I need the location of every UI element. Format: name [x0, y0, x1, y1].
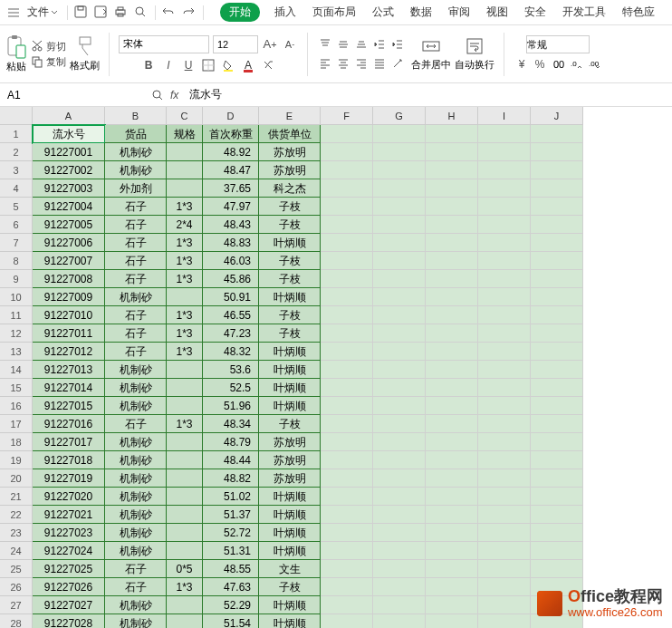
cell[interactable] — [531, 324, 583, 343]
cell[interactable]: 子枝 — [259, 216, 321, 234]
cell[interactable]: 1*3 — [167, 324, 203, 343]
cell[interactable] — [373, 469, 426, 488]
align-middle-icon[interactable] — [335, 36, 351, 53]
cell[interactable]: 91227001 — [33, 143, 105, 161]
lookup-icon[interactable] — [150, 88, 165, 102]
cell[interactable]: 91227009 — [33, 288, 105, 306]
decrease-decimal-icon[interactable]: .00 — [586, 56, 602, 72]
cell[interactable]: 91227018 — [33, 451, 105, 469]
row-header[interactable]: 27 — [0, 596, 33, 614]
cell[interactable]: 首次称重 — [203, 125, 259, 143]
print-icon[interactable] — [113, 5, 130, 21]
cell[interactable] — [373, 198, 426, 216]
increase-font-icon[interactable]: A+ — [262, 36, 278, 53]
cell[interactable]: 47.23 — [203, 324, 259, 343]
row-header[interactable]: 4 — [0, 179, 33, 198]
cell[interactable] — [321, 488, 373, 506]
cell[interactable] — [373, 506, 426, 524]
tab-2[interactable]: 页面布局 — [311, 3, 358, 22]
cell[interactable] — [426, 451, 478, 469]
cell[interactable] — [321, 361, 373, 379]
cell[interactable] — [373, 614, 426, 628]
cell[interactable] — [373, 216, 426, 234]
col-header[interactable]: A — [33, 107, 105, 125]
tab-5[interactable]: 审阅 — [446, 3, 472, 22]
formula-input[interactable] — [184, 89, 546, 101]
cell[interactable] — [426, 270, 478, 288]
save-icon[interactable] — [73, 5, 90, 21]
cell[interactable] — [373, 415, 426, 433]
tab-8[interactable]: 开发工具 — [561, 3, 608, 22]
cell[interactable] — [426, 161, 478, 179]
cell[interactable]: 91227014 — [33, 379, 105, 397]
cell[interactable]: 48.44 — [203, 451, 259, 469]
cell[interactable]: 1*3 — [167, 343, 203, 361]
cell[interactable] — [373, 361, 426, 379]
row-header[interactable]: 26 — [0, 578, 33, 596]
cell[interactable]: 供货单位 — [259, 125, 321, 143]
col-header[interactable]: F — [321, 107, 373, 125]
font-size-select[interactable] — [213, 35, 258, 53]
cell[interactable]: 51.37 — [203, 506, 259, 524]
tab-4[interactable]: 数据 — [408, 3, 434, 22]
cell[interactable] — [167, 524, 203, 542]
cell[interactable]: 苏放明 — [259, 451, 321, 469]
select-all-corner[interactable] — [0, 107, 33, 125]
cell[interactable] — [478, 614, 531, 628]
col-header[interactable]: D — [203, 107, 259, 125]
cell[interactable] — [321, 560, 373, 578]
cell[interactable]: 苏放明 — [259, 469, 321, 488]
cell[interactable]: 机制砂 — [105, 596, 167, 614]
fill-color-icon[interactable] — [220, 57, 236, 73]
cell[interactable]: 子枝 — [259, 252, 321, 270]
cell[interactable]: 石子 — [105, 415, 167, 433]
cell[interactable] — [426, 216, 478, 234]
col-header[interactable]: C — [167, 107, 203, 125]
cell[interactable] — [426, 596, 478, 614]
row-header[interactable]: 9 — [0, 270, 33, 288]
cell[interactable] — [531, 125, 583, 143]
cell[interactable] — [531, 451, 583, 469]
cell[interactable] — [478, 578, 531, 596]
cell[interactable]: 91227005 — [33, 216, 105, 234]
cell[interactable] — [321, 469, 373, 488]
indent-increase-icon[interactable] — [389, 36, 406, 53]
cell[interactable] — [373, 306, 426, 324]
cell[interactable]: 91227011 — [33, 324, 105, 343]
format-painter-button[interactable]: 格式刷 — [70, 35, 100, 72]
cell[interactable]: 91227027 — [33, 596, 105, 614]
cell[interactable]: 机制砂 — [105, 161, 167, 179]
cell[interactable] — [426, 397, 478, 415]
row-header[interactable]: 6 — [0, 216, 33, 234]
cell[interactable] — [531, 379, 583, 397]
row-header[interactable]: 22 — [0, 506, 33, 524]
hamburger-icon[interactable] — [7, 6, 20, 19]
cell[interactable] — [321, 379, 373, 397]
cell[interactable] — [478, 179, 531, 198]
cell[interactable] — [478, 306, 531, 324]
cell[interactable] — [478, 234, 531, 252]
font-color-icon[interactable]: A — [240, 57, 256, 73]
align-justify-icon[interactable] — [371, 55, 388, 72]
cell[interactable] — [321, 234, 373, 252]
cell[interactable] — [426, 179, 478, 198]
cell[interactable] — [531, 270, 583, 288]
cell[interactable] — [426, 379, 478, 397]
col-header[interactable]: G — [373, 107, 426, 125]
cell[interactable] — [531, 506, 583, 524]
cell[interactable]: 子枝 — [259, 415, 321, 433]
cell[interactable] — [478, 198, 531, 216]
cell[interactable] — [373, 324, 426, 343]
cell[interactable] — [531, 415, 583, 433]
cell[interactable] — [167, 469, 203, 488]
tab-3[interactable]: 公式 — [370, 3, 396, 22]
cell[interactable]: 51.02 — [203, 488, 259, 506]
tab-1[interactable]: 插入 — [273, 3, 298, 22]
cell[interactable] — [373, 596, 426, 614]
wrap-text-button[interactable]: 自动换行 — [455, 36, 494, 72]
bold-icon[interactable]: B — [140, 57, 157, 73]
row-header[interactable]: 20 — [0, 469, 33, 488]
cell[interactable]: 52.29 — [203, 596, 259, 614]
cell[interactable]: 50.91 — [203, 288, 259, 306]
cell[interactable]: 48.43 — [203, 216, 259, 234]
